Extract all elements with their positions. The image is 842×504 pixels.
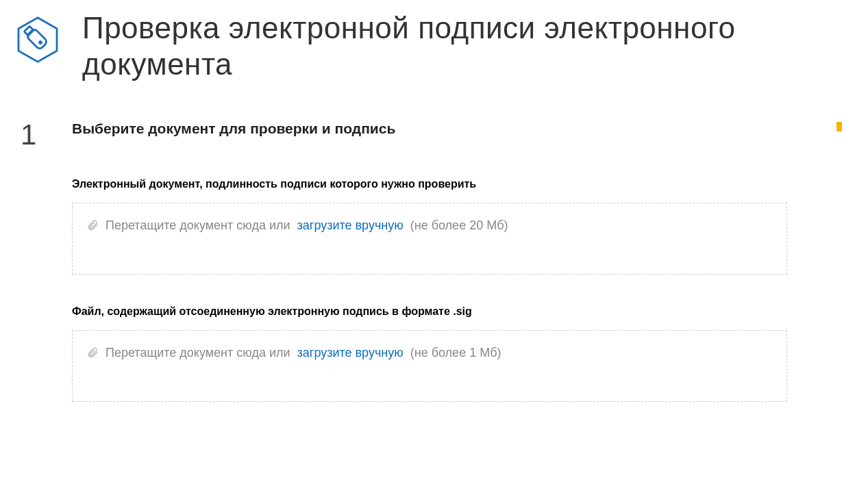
size-hint: (не более 20 Мб) xyxy=(410,218,508,233)
dropzone-inner: Перетащите документ сюда или загрузите в… xyxy=(86,346,773,360)
dropzone-signature[interactable]: Перетащите документ сюда или загрузите в… xyxy=(72,330,787,402)
step-section: 1 Выберите документ для проверки и подпи… xyxy=(0,83,842,433)
paperclip-icon xyxy=(86,346,99,359)
signature-usb-icon xyxy=(14,16,62,64)
size-hint: (не более 1 Мб) xyxy=(410,346,502,360)
svg-marker-0 xyxy=(18,18,57,62)
upload-block-signature: Файл, содержащий отсоединенную электронн… xyxy=(72,305,787,402)
upload-link-document[interactable]: загрузите вручную xyxy=(297,218,404,233)
side-marker xyxy=(837,122,842,131)
page-title: Проверка электронной подписи электронног… xyxy=(82,10,828,83)
paperclip-icon xyxy=(86,219,99,231)
svg-rect-1 xyxy=(26,28,48,50)
svg-rect-2 xyxy=(24,26,34,36)
page-header: Проверка электронной подписи электронног… xyxy=(0,0,842,83)
upload-link-signature[interactable]: загрузите вручную xyxy=(297,346,404,360)
upload-block-document: Электронный документ, подлинность подпис… xyxy=(72,178,787,275)
dropzone-inner: Перетащите документ сюда или загрузите в… xyxy=(86,218,773,233)
drop-text: Перетащите документ сюда или xyxy=(106,218,290,233)
step-heading: Выберите документ для проверки и подпись xyxy=(72,121,787,137)
dropzone-document[interactable]: Перетащите документ сюда или загрузите в… xyxy=(72,203,787,275)
drop-text: Перетащите документ сюда или xyxy=(106,346,290,360)
upload-label-signature: Файл, содержащий отсоединенную электронн… xyxy=(72,305,787,318)
svg-point-3 xyxy=(38,40,43,45)
upload-label-document: Электронный документ, подлинность подпис… xyxy=(72,178,787,190)
step-content: Выберите документ для проверки и подпись… xyxy=(72,121,828,433)
step-number: 1 xyxy=(21,121,72,149)
